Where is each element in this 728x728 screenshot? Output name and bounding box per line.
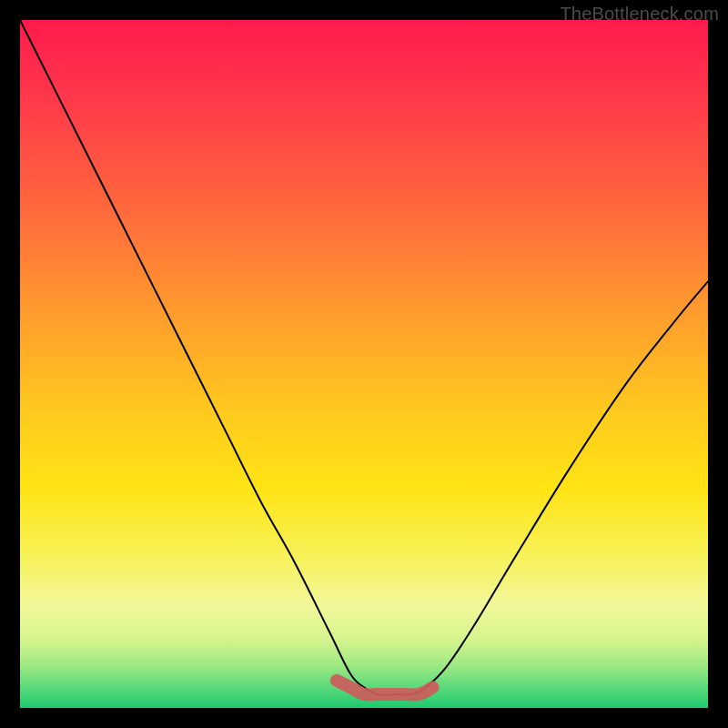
plot-area — [20, 20, 708, 708]
bottleneck-curve — [20, 20, 708, 694]
curve-layer — [20, 20, 708, 708]
watermark-text: TheBottleneck.com — [560, 4, 719, 25]
bottom-marker — [337, 681, 433, 695]
chart-frame: TheBottleneck.com — [0, 0, 728, 728]
